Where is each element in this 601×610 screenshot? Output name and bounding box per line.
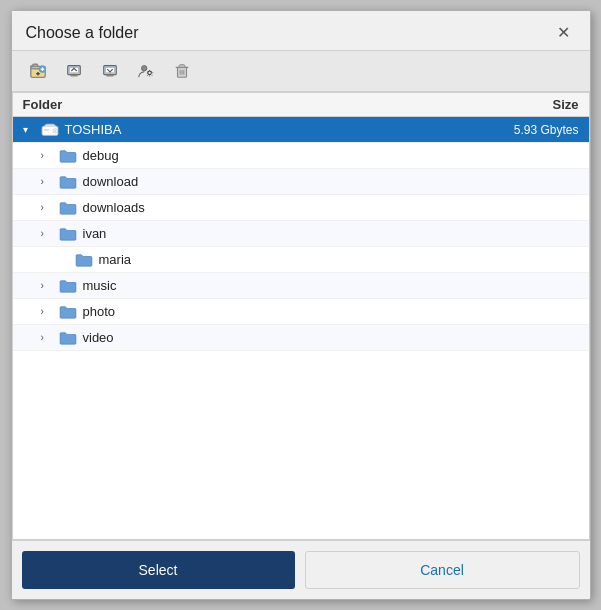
folder-row[interactable]: › photo (13, 299, 589, 325)
choose-folder-dialog: Choose a folder ✕ (11, 10, 591, 600)
delete-icon (173, 62, 191, 80)
mount-btn[interactable] (58, 57, 90, 85)
folder-row[interactable]: › download (13, 169, 589, 195)
svg-rect-18 (179, 65, 184, 68)
delete-btn[interactable] (166, 57, 198, 85)
folder-row[interactable]: › music (13, 273, 589, 299)
new-folder-btn[interactable] (22, 57, 54, 85)
folder-name: music (83, 278, 479, 293)
mount-icon (65, 62, 83, 80)
unmount-btn[interactable] (94, 57, 126, 85)
chevron-icon: ▾ (23, 124, 37, 135)
chevron-icon: › (41, 280, 55, 291)
folder-row[interactable]: › ivan (13, 221, 589, 247)
chevron-icon: › (41, 202, 55, 213)
dialog-header: Choose a folder ✕ (12, 11, 590, 50)
folder-icon (59, 305, 77, 319)
folder-name: ivan (83, 226, 479, 241)
svg-point-24 (54, 130, 56, 132)
select-button[interactable]: Select (22, 551, 295, 589)
column-size: Size (479, 97, 579, 112)
cancel-button[interactable]: Cancel (305, 551, 580, 589)
drive-icon (41, 123, 59, 137)
close-button[interactable]: ✕ (551, 21, 576, 44)
column-folder: Folder (23, 97, 479, 112)
folder-icon (59, 175, 77, 189)
dialog-footer: Select Cancel (12, 540, 590, 599)
dialog-title: Choose a folder (26, 24, 139, 42)
folder-name: TOSHIBA (65, 122, 479, 137)
list-header: Folder Size (13, 93, 589, 117)
svg-rect-12 (106, 75, 113, 77)
folder-row[interactable]: maria (13, 247, 589, 273)
svg-point-14 (141, 66, 146, 71)
folder-name: maria (99, 252, 479, 267)
folder-row[interactable]: › video (13, 325, 589, 351)
folder-name: downloads (83, 200, 479, 215)
new-folder-icon (29, 62, 47, 80)
folder-row[interactable]: › debug (13, 143, 589, 169)
toolbar (12, 50, 590, 92)
folder-size: 5.93 Gbytes (479, 123, 579, 137)
chevron-icon: › (41, 306, 55, 317)
folder-icon (75, 253, 93, 267)
folder-icon (59, 227, 77, 241)
folder-name: photo (83, 304, 479, 319)
chevron-icon: › (41, 150, 55, 161)
folder-icon (59, 279, 77, 293)
folder-name: video (83, 330, 479, 345)
unmount-icon (101, 62, 119, 80)
folder-list-container: Folder Size ▾ TOSHIBA 5.93 Gbytes › debu… (12, 92, 590, 540)
folder-row[interactable]: ▾ TOSHIBA 5.93 Gbytes (13, 117, 589, 143)
folder-row[interactable]: › downloads (13, 195, 589, 221)
svg-rect-8 (70, 75, 77, 77)
chevron-icon: › (41, 176, 55, 187)
folder-icon (59, 149, 77, 163)
folder-name: debug (83, 148, 479, 163)
svg-rect-25 (43, 129, 48, 130)
manage-btn[interactable] (130, 57, 162, 85)
folder-icon (59, 331, 77, 345)
folder-name: download (83, 174, 479, 189)
folder-icon (59, 201, 77, 215)
chevron-icon: › (41, 228, 55, 239)
chevron-icon: › (41, 332, 55, 343)
manage-icon (137, 62, 155, 80)
